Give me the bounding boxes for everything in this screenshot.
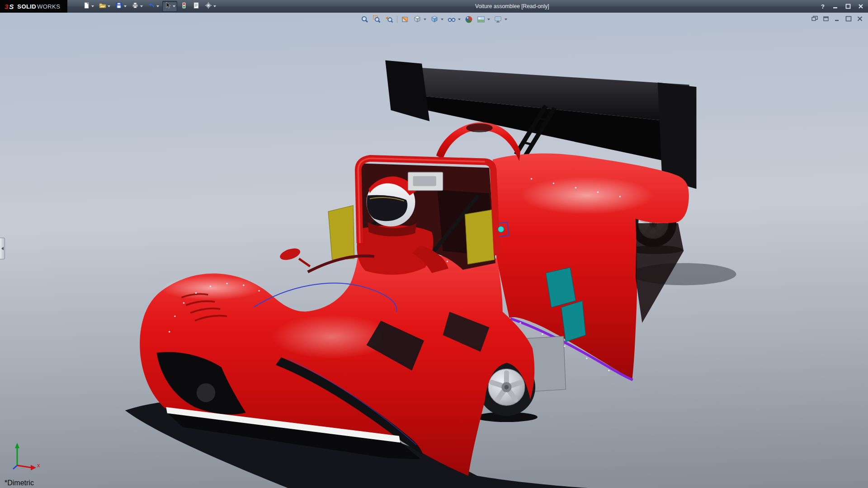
- select-tool-button[interactable]: [162, 1, 177, 12]
- edit-appearance-button[interactable]: [464, 15, 473, 24]
- save-button[interactable]: [113, 1, 128, 12]
- zoom-to-fit-button[interactable]: [360, 15, 369, 24]
- doc-minimize-button[interactable]: [834, 15, 841, 22]
- open-button[interactable]: [97, 1, 112, 12]
- doc-restore-button[interactable]: [822, 15, 830, 22]
- 3d-scene[interactable]: [0, 13, 868, 488]
- new-document-icon: [83, 2, 90, 11]
- view-orientation-button[interactable]: [413, 15, 427, 24]
- doc-close-button[interactable]: [856, 15, 863, 22]
- front-wheel-hint: [197, 383, 216, 402]
- fender-highlight: [160, 276, 262, 300]
- car-model[interactable]: [125, 60, 736, 488]
- triad-x-arrowhead: [31, 465, 36, 470]
- heads-up-view-toolbar: [360, 15, 508, 24]
- document-window-controls: [811, 15, 863, 22]
- dropdown-caret-icon: [108, 5, 110, 7]
- dropdown-caret-icon: [156, 5, 159, 7]
- zoom-to-area-button[interactable]: [373, 15, 382, 24]
- deck-highlight: [520, 177, 653, 214]
- save-disk-icon: [115, 2, 123, 11]
- options-gear-icon: [205, 2, 212, 11]
- dropdown-caret-icon: [173, 5, 175, 7]
- dropdown-caret-icon: [487, 19, 490, 20]
- select-cursor-icon: [164, 2, 171, 11]
- triad-y-arrowhead: [15, 443, 19, 448]
- side-window-teal-lower[interactable]: [561, 301, 586, 342]
- display-style-button[interactable]: [430, 15, 444, 24]
- triad-x-axis: [17, 465, 32, 468]
- minimize-button[interactable]: [832, 3, 839, 10]
- titlebar: 3 S SOLID WORKS: [0, 0, 868, 13]
- brand-solid: SOLID: [17, 3, 36, 10]
- file-properties-button[interactable]: [191, 1, 202, 12]
- dropdown-caret-icon: [505, 19, 507, 20]
- section-view-button[interactable]: [401, 15, 410, 24]
- printer-icon: [132, 2, 139, 11]
- yellow-panel-right[interactable]: [465, 210, 495, 264]
- solidworks-logo[interactable]: 3 S SOLID WORKS: [0, 0, 67, 13]
- doc-maximize-button[interactable]: [845, 15, 852, 22]
- window-controls: ?: [819, 0, 864, 13]
- options-button[interactable]: [203, 1, 218, 12]
- cyan-marker[interactable]: [498, 226, 504, 232]
- brand-works: WORKS: [37, 3, 60, 10]
- appearance-ball-icon: [465, 15, 473, 23]
- glasses-icon: [448, 15, 456, 23]
- reference-triad: x: [7, 440, 43, 474]
- feature-manager-collapsed-tab[interactable]: [0, 238, 5, 259]
- open-folder-icon: [99, 2, 106, 11]
- section-view-icon: [401, 15, 409, 23]
- help-button[interactable]: ?: [819, 3, 826, 10]
- view-settings-button[interactable]: [494, 15, 508, 24]
- maximize-button[interactable]: [844, 3, 852, 10]
- dropdown-caret-icon: [424, 19, 426, 20]
- view-cube-icon: [413, 15, 421, 23]
- zoom-fit-icon: [361, 15, 369, 23]
- side-mirror[interactable]: [278, 246, 302, 262]
- undo-button[interactable]: [146, 1, 161, 12]
- previous-view-icon: [385, 15, 393, 23]
- previous-view-button[interactable]: [385, 15, 394, 24]
- view-settings-icon: [494, 15, 502, 23]
- dropdown-caret-icon: [140, 5, 143, 7]
- rebuild-button[interactable]: [179, 1, 189, 12]
- dropdown-caret-icon: [91, 5, 94, 7]
- print-button[interactable]: [130, 1, 145, 12]
- toolbar-separator: [397, 16, 397, 23]
- mirror-stalk: [299, 258, 310, 266]
- apply-scene-button[interactable]: [476, 15, 491, 24]
- view-orientation-label: *Dimetric: [5, 479, 34, 487]
- dropdown-caret-icon: [213, 5, 216, 7]
- dropdown-caret-icon: [441, 19, 443, 20]
- yellow-panel-left[interactable]: [328, 206, 354, 260]
- expand-pane-arrow-icon: [1, 247, 4, 250]
- scene-icon: [477, 15, 485, 23]
- dropdown-caret-icon: [458, 19, 461, 20]
- triad-z-axis: [13, 465, 17, 469]
- graphics-area[interactable]: x *Dimetric: [0, 13, 868, 488]
- dropdown-caret-icon: [124, 5, 127, 7]
- triad-x-label: x: [37, 462, 40, 469]
- display-style-icon: [430, 15, 439, 23]
- logo-3ds-mark: 3: [5, 3, 8, 10]
- close-button[interactable]: [857, 3, 864, 10]
- camera-box[interactable]: [408, 172, 443, 190]
- cockpit[interactable]: [278, 158, 504, 275]
- zoom-area-icon: [373, 15, 381, 23]
- window-title: Voiture assomblee [Read-only]: [475, 3, 549, 9]
- rebuild-stoplight-icon: [180, 2, 188, 11]
- hide-show-items-button[interactable]: [447, 15, 461, 24]
- titlebar-toolbar: [81, 1, 218, 12]
- side-window-teal-upper[interactable]: [546, 267, 576, 307]
- file-properties-icon: [193, 2, 200, 11]
- new-document-button[interactable]: [81, 1, 96, 12]
- doc-cascade-button[interactable]: [811, 15, 818, 22]
- intake-opening: [466, 123, 493, 132]
- undo-arrow-icon: [148, 2, 155, 11]
